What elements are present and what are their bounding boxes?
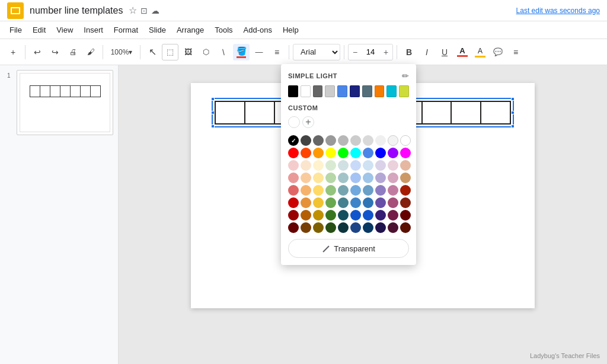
color-swatch[interactable] <box>388 148 398 158</box>
color-swatch[interactable] <box>350 222 361 233</box>
color-swatch[interactable] <box>350 197 361 208</box>
color-swatch[interactable] <box>301 197 311 208</box>
shape-tool[interactable]: ⬡ <box>197 44 214 60</box>
font-family-select[interactable]: Arial <box>293 44 340 60</box>
color-swatch[interactable] <box>350 135 361 146</box>
text-align-right-button[interactable]: ≡ <box>507 44 524 60</box>
color-swatch[interactable] <box>388 135 398 146</box>
handle-bottom-left[interactable] <box>211 124 215 128</box>
color-swatch[interactable] <box>288 148 299 158</box>
fill-color-button[interactable]: 🪣 <box>233 44 250 60</box>
color-swatch[interactable] <box>400 173 411 183</box>
color-swatch[interactable] <box>338 197 349 208</box>
color-swatch[interactable] <box>388 222 398 233</box>
add-custom-color-button[interactable]: + <box>302 116 314 128</box>
redo-button[interactable]: ↪ <box>47 44 63 60</box>
color-swatch[interactable] <box>301 135 311 146</box>
color-swatch[interactable] <box>400 197 411 208</box>
color-swatch[interactable] <box>288 197 299 208</box>
text-color-button[interactable]: A <box>454 44 471 60</box>
color-swatch[interactable] <box>363 148 373 158</box>
transparent-button[interactable]: Transparent <box>288 239 409 258</box>
color-swatch[interactable] <box>363 197 373 208</box>
color-swatch[interactable] <box>363 173 373 183</box>
color-swatch[interactable] <box>288 173 299 183</box>
cursor-tool[interactable]: ↖ <box>144 44 161 60</box>
color-swatch[interactable] <box>375 148 386 158</box>
color-swatch[interactable] <box>350 185 361 196</box>
star-icon[interactable]: ☆ <box>129 5 137 16</box>
menu-edit[interactable]: Edit <box>28 23 50 37</box>
menu-tools[interactable]: Tools <box>210 23 237 37</box>
font-size-decrease[interactable]: − <box>349 44 362 60</box>
color-swatch[interactable] <box>338 160 349 171</box>
color-swatch[interactable] <box>288 135 299 146</box>
menu-insert[interactable]: Insert <box>79 23 108 37</box>
sl-swatch-7[interactable] <box>375 85 385 97</box>
color-swatch[interactable] <box>325 185 336 196</box>
font-size-increase[interactable]: + <box>379 44 392 60</box>
color-swatch[interactable] <box>313 135 324 146</box>
edit-theme-button[interactable]: ✏ <box>402 71 409 81</box>
highlight-color-button[interactable]: A <box>472 44 488 60</box>
sl-swatch-3[interactable] <box>325 85 335 97</box>
color-swatch[interactable] <box>363 160 373 171</box>
cloud-icon[interactable]: ☁ <box>151 6 159 15</box>
color-swatch[interactable] <box>301 173 311 183</box>
zoom-button[interactable]: 100% ▾ <box>107 44 136 60</box>
handle-middle-right[interactable] <box>511 111 515 114</box>
color-swatch[interactable] <box>325 160 336 171</box>
color-swatch[interactable] <box>400 135 411 146</box>
color-swatch[interactable] <box>388 197 398 208</box>
sl-swatch-9[interactable] <box>399 85 409 97</box>
color-swatch[interactable] <box>388 210 398 221</box>
color-swatch[interactable] <box>325 135 336 146</box>
color-swatch[interactable] <box>313 148 324 158</box>
color-swatch[interactable] <box>325 148 336 158</box>
sl-swatch-8[interactable] <box>386 85 397 97</box>
color-swatch[interactable] <box>375 173 386 183</box>
line-color-button[interactable]: — <box>251 44 267 60</box>
menu-slide[interactable]: Slide <box>144 23 171 37</box>
color-swatch[interactable] <box>338 173 349 183</box>
color-swatch[interactable] <box>288 185 299 196</box>
menu-help[interactable]: Help <box>278 23 304 37</box>
add-button[interactable]: + <box>5 44 21 60</box>
color-swatch[interactable] <box>313 222 324 233</box>
italic-button[interactable]: I <box>418 44 435 60</box>
color-swatch[interactable] <box>338 185 349 196</box>
color-swatch[interactable] <box>375 160 386 171</box>
color-swatch[interactable] <box>301 148 311 158</box>
color-swatch[interactable] <box>363 185 373 196</box>
color-swatch[interactable] <box>400 148 411 158</box>
color-swatch[interactable] <box>400 185 411 196</box>
color-swatch[interactable] <box>301 160 311 171</box>
sl-swatch-4[interactable] <box>337 85 347 97</box>
color-swatch[interactable] <box>288 160 299 171</box>
menu-view[interactable]: View <box>52 23 78 37</box>
color-swatch[interactable] <box>363 135 373 146</box>
handle-top-right[interactable] <box>511 97 515 101</box>
color-swatch[interactable] <box>350 160 361 171</box>
sl-swatch-2[interactable] <box>313 85 323 97</box>
color-swatch[interactable] <box>313 185 324 196</box>
color-swatch[interactable] <box>400 210 411 221</box>
font-size-input[interactable] <box>362 47 379 56</box>
color-swatch[interactable] <box>350 210 361 221</box>
select-tool[interactable]: ⬚ <box>162 44 178 60</box>
color-swatch[interactable] <box>338 135 349 146</box>
color-swatch[interactable] <box>325 197 336 208</box>
sl-swatch-5[interactable] <box>350 85 360 97</box>
color-swatch[interactable] <box>288 210 299 221</box>
color-swatch[interactable] <box>301 185 311 196</box>
color-swatch[interactable] <box>400 160 411 171</box>
color-swatch[interactable] <box>313 197 324 208</box>
color-swatch[interactable] <box>325 222 336 233</box>
color-swatch[interactable] <box>325 173 336 183</box>
menu-format[interactable]: Format <box>109 23 143 37</box>
sl-swatch-6[interactable] <box>362 85 372 97</box>
custom-swatch-1[interactable] <box>288 116 300 128</box>
color-swatch[interactable] <box>388 160 398 171</box>
undo-button[interactable]: ↩ <box>29 44 46 60</box>
color-swatch[interactable] <box>375 185 386 196</box>
